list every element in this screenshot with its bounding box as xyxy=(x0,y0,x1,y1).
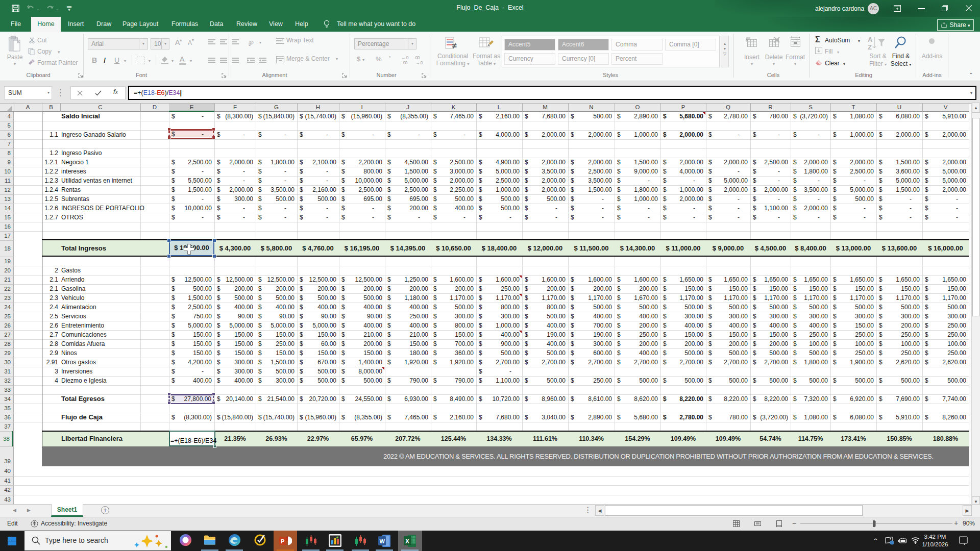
svg-text:P: P xyxy=(281,538,284,544)
svg-text:W: W xyxy=(380,538,385,544)
svg-text:X: X xyxy=(405,538,409,545)
svg-text:≠: ≠ xyxy=(452,41,457,50)
svg-text:A: A xyxy=(868,36,873,43)
svg-text:Z: Z xyxy=(868,43,872,51)
svg-text:ab: ab xyxy=(249,38,255,46)
